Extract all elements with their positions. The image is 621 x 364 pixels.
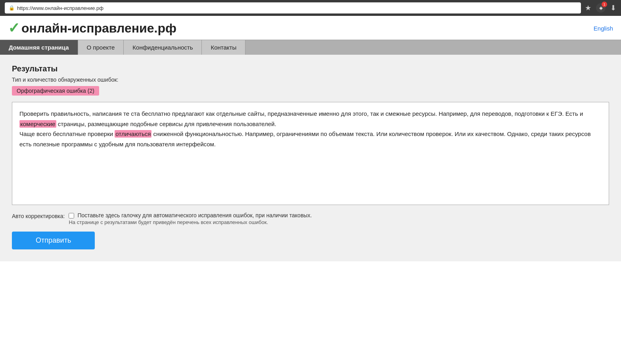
browser-chrome: 🔒 https://www.онлайн-исправление.рф ★ ◈ … [0, 0, 621, 16]
download-icon[interactable]: ⬇ [610, 4, 616, 12]
auto-correct-row: Авто корректировка: Поставьте здесь гало… [12, 212, 609, 225]
auto-correct-checkbox[interactable] [69, 213, 74, 218]
error-badge: Орфографическая ошибка (2) [12, 86, 99, 96]
auto-correct-main: Поставьте здесь галочку для автоматическ… [69, 212, 312, 218]
lock-icon: 🔒 [9, 5, 15, 11]
url-text: https://www.онлайн-исправление.рф [17, 5, 104, 11]
site-title: ✓ онлайн-исправление.рф [8, 20, 176, 36]
address-bar[interactable]: 🔒 https://www.онлайн-исправление.рф [5, 2, 581, 13]
nav-bar: Домашняя страница О проекте Конфиденциал… [0, 40, 621, 55]
nav-item-about[interactable]: О проекте [78, 40, 124, 55]
checkmark-icon: ✓ [8, 20, 20, 36]
text-p2-before: Чаще всего бесплатные проверки [19, 130, 115, 137]
top-bar: ✓ онлайн-исправление.рф English [0, 16, 621, 36]
nav-item-home[interactable]: Домашняя страница [0, 40, 78, 55]
site-name: онлайн-исправление.рф [21, 21, 176, 36]
auto-correct-note: На странице с результатами будет приведё… [69, 219, 312, 225]
star-icon[interactable]: ★ [585, 4, 591, 12]
submit-button[interactable]: Отправить [12, 232, 95, 249]
badge-count: 1 [602, 2, 607, 7]
error-type-label: Тип и количество обнаруженных ошибок: [12, 77, 609, 83]
text-area-container[interactable]: Проверить правильность, написания те ста… [12, 102, 609, 205]
browser-icons: ★ ◈ 1 ⬇ [585, 3, 616, 13]
extension-icon[interactable]: ◈ 1 [596, 3, 606, 13]
error-word-2: отличаються [115, 130, 151, 138]
nav-item-contacts[interactable]: Контакты [202, 40, 245, 55]
text-p1-before: Проверить правильность, написания те ста… [19, 110, 583, 117]
error-word-1: комерческие [19, 120, 56, 128]
nav-item-privacy[interactable]: Конфиденциальность [124, 40, 202, 55]
auto-correct-right: Поставьте здесь галочку для автоматическ… [69, 212, 312, 225]
auto-correct-label: Авто корректировка: [12, 213, 65, 219]
english-link[interactable]: English [594, 25, 613, 32]
main-content: Результаты Тип и количество обнаруженных… [0, 55, 621, 261]
auto-correct-desc: Поставьте здесь галочку для автоматическ… [77, 212, 312, 218]
results-title: Результаты [12, 64, 609, 73]
page-wrapper: ✓ онлайн-исправление.рф English Домашняя… [0, 16, 621, 364]
text-p1-after: страницы, размещающие подобные сервисы д… [56, 121, 276, 127]
